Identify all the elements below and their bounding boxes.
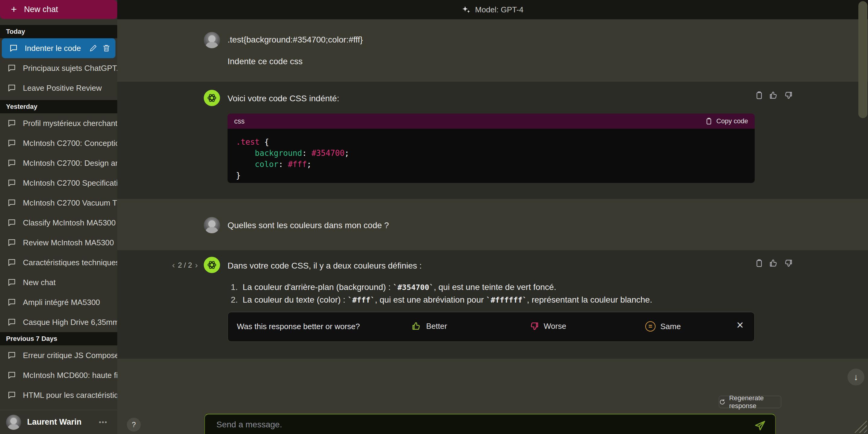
model-header: Model: GPT-4 bbox=[117, 0, 868, 19]
sidebar-item-caracteristiques-ht[interactable]: Caractéristiques techniques HT bbox=[0, 253, 117, 273]
sidebar-item-principaux-sujets[interactable]: Principaux sujets ChatGPT. bbox=[0, 58, 117, 78]
chat-title: Ampli intégré MA5300 bbox=[23, 298, 117, 307]
send-icon[interactable] bbox=[754, 420, 766, 432]
copy-message-icon[interactable] bbox=[755, 91, 764, 100]
code-block: css Copy code .test { background: #35470… bbox=[227, 114, 755, 183]
assistant-numbered-list: 1. La couleur d'arrière-plan (background… bbox=[227, 281, 652, 306]
thumbs-down-pink-icon bbox=[529, 321, 539, 331]
sidebar-item-ampli-integre[interactable]: Ampli intégré MA5300 bbox=[0, 292, 117, 312]
chat-title: HTML pour les caractéristiques. bbox=[23, 391, 117, 400]
assistant-message-1: Voici votre code CSS indénté: css Copy c… bbox=[117, 82, 868, 199]
sidebar-item-html-caracteristiques[interactable]: HTML pour les caractéristiques. bbox=[0, 385, 117, 405]
assistant-message-2: ‹ 2 / 2 › Dans votre code CSS, il y a de… bbox=[117, 250, 868, 359]
user-message-1: .test{background:#354700;color:#fff} Ind… bbox=[117, 19, 868, 82]
chat-bubble-icon bbox=[7, 84, 16, 93]
help-button[interactable]: ? bbox=[127, 418, 141, 432]
user-message-text: Indente ce code css bbox=[227, 57, 303, 66]
sidebar-item-c2700-specifications[interactable]: McIntosh C2700 Specifications U bbox=[0, 173, 117, 193]
code-line: color: #fff; bbox=[236, 159, 755, 170]
sidebar-item-c2700-design[interactable]: McIntosh C2700: Design and Fea bbox=[0, 153, 117, 173]
sidebar-item-new-chat-conv[interactable]: New chat bbox=[0, 273, 117, 292]
inline-code: `#354700` bbox=[393, 283, 434, 292]
feedback-close-icon[interactable]: × bbox=[737, 319, 744, 331]
chat-title: Profil mystérieux cherchant amo bbox=[23, 119, 117, 128]
new-chat-button[interactable]: + New chat bbox=[0, 0, 117, 19]
copy-code-button[interactable]: Copy code bbox=[705, 117, 748, 125]
sidebar-item-c2700-conception[interactable]: McIntosh C2700: Conception élé bbox=[0, 133, 117, 153]
next-response-icon[interactable]: › bbox=[195, 260, 198, 270]
thumbs-up-icon[interactable] bbox=[769, 258, 778, 268]
chat-bubble-icon bbox=[7, 371, 16, 380]
edit-icon[interactable] bbox=[89, 44, 97, 53]
sidebar-item-c2700-vacuum-tube[interactable]: McIntosh C2700 Vacuum Tube bbox=[0, 193, 117, 213]
main-area: Model: GPT-4 .test{background:#354700;co… bbox=[117, 0, 868, 434]
code-language-label: css bbox=[234, 117, 245, 125]
account-menu-icon[interactable]: ••• bbox=[99, 418, 107, 426]
chat-bubble-icon bbox=[7, 218, 16, 227]
chat-bubble-icon bbox=[7, 391, 16, 400]
chat-bubble-icon bbox=[7, 318, 16, 327]
user-message-2: Quelles sont les couleurs dans mon code … bbox=[117, 199, 868, 250]
inline-code: `#ffffff` bbox=[486, 296, 527, 304]
trash-icon[interactable] bbox=[102, 44, 111, 53]
thumbs-up-green-icon bbox=[412, 321, 421, 331]
chat-title: Casque High Drive 6,35mm bbox=[23, 318, 117, 327]
same-label: Same bbox=[660, 322, 681, 331]
copy-message-icon[interactable] bbox=[755, 258, 764, 268]
chat-title: McIntosh C2700: Conception élé bbox=[23, 138, 117, 148]
better-label: Better bbox=[426, 321, 447, 331]
chat-title: Indenter le code CSS bbox=[25, 44, 82, 53]
scrollbar-thumb[interactable] bbox=[858, 1, 867, 118]
chat-bubble-icon bbox=[7, 298, 16, 307]
chat-bubble-icon bbox=[9, 44, 18, 53]
chat-bubble-icon bbox=[7, 258, 16, 267]
sidebar-item-mcd600[interactable]: McIntosh MCD600: haute fidélité bbox=[0, 365, 117, 385]
section-header-today: Today bbox=[0, 25, 117, 38]
sidebar-item-casque-high-drive[interactable]: Casque High Drive 6,35mm bbox=[0, 312, 117, 332]
message-input[interactable] bbox=[216, 420, 729, 430]
copy-code-label: Copy code bbox=[716, 117, 748, 125]
code-block-header: css Copy code bbox=[227, 114, 755, 129]
account-row[interactable]: Laurent Warin ••• bbox=[0, 410, 117, 434]
feedback-question: Was this response better or worse? bbox=[237, 322, 360, 331]
section-header-yesterday: Yesterday bbox=[0, 100, 117, 113]
user-avatar bbox=[6, 415, 21, 430]
thumbs-up-icon[interactable] bbox=[769, 91, 778, 100]
openai-swirl-icon bbox=[206, 92, 218, 104]
clipboard-icon bbox=[705, 117, 713, 125]
scroll-to-bottom-button[interactable]: ↓ bbox=[847, 369, 864, 385]
feedback-same-button[interactable]: = Same bbox=[645, 321, 681, 332]
chat-bubble-icon bbox=[7, 138, 16, 148]
assistant-intro: Dans votre code CSS, il y a deux couleur… bbox=[227, 261, 422, 271]
chat-title: New chat bbox=[23, 278, 117, 287]
response-pagination: ‹ 2 / 2 › bbox=[172, 260, 198, 270]
chatgpt-logo bbox=[204, 90, 220, 106]
sidebar-item-profil-mysterieux[interactable]: Profil mystérieux cherchant amo bbox=[0, 113, 117, 133]
section-label: Yesterday bbox=[6, 103, 37, 111]
sidebar-item-leave-positive-review[interactable]: Leave Positive Review bbox=[0, 78, 117, 98]
chat-title: McIntosh C2700: Design and Fea bbox=[23, 158, 117, 168]
user-message-text: .test{background:#354700;color:#fff} bbox=[227, 35, 363, 44]
chatgpt-logo bbox=[204, 257, 220, 273]
new-chat-label: New chat bbox=[24, 5, 58, 14]
previous-response-icon[interactable]: ‹ bbox=[172, 260, 175, 270]
feedback-better-button[interactable]: Better bbox=[412, 321, 447, 331]
section-label: Previous 7 Days bbox=[6, 335, 57, 343]
thumbs-down-icon[interactable] bbox=[784, 91, 793, 100]
chat-title: Principaux sujets ChatGPT. bbox=[23, 64, 117, 73]
sidebar-item-classify-ma5300[interactable]: Classify McIntosh MA5300 bbox=[0, 213, 117, 233]
sidebar-item-indenter-le-code-css[interactable]: Indenter le code CSS bbox=[2, 38, 116, 58]
chat-title: McIntosh C2700 Vacuum Tube bbox=[23, 198, 117, 208]
chat-bubble-icon bbox=[7, 158, 16, 167]
openai-swirl-icon bbox=[206, 259, 218, 271]
section-header-previous-7-days: Previous 7 Days bbox=[0, 332, 117, 345]
sidebar-item-review-ma5300[interactable]: Review McIntosh MA5300 bbox=[0, 233, 117, 253]
chat-title: McIntosh MCD600: haute fidélité bbox=[23, 371, 117, 380]
thumbs-down-icon[interactable] bbox=[784, 258, 793, 268]
sidebar-item-erreur-js-composer[interactable]: Erreur critique JS Composer bbox=[0, 345, 117, 365]
chat-title: Classify McIntosh MA5300 bbox=[23, 218, 117, 227]
feedback-worse-button[interactable]: Worse bbox=[529, 321, 566, 331]
regenerate-response-button[interactable]: Regenerate response bbox=[719, 396, 781, 408]
feedback-card: Was this response better or worse? Bette… bbox=[227, 312, 755, 342]
code-line: } bbox=[236, 170, 755, 181]
